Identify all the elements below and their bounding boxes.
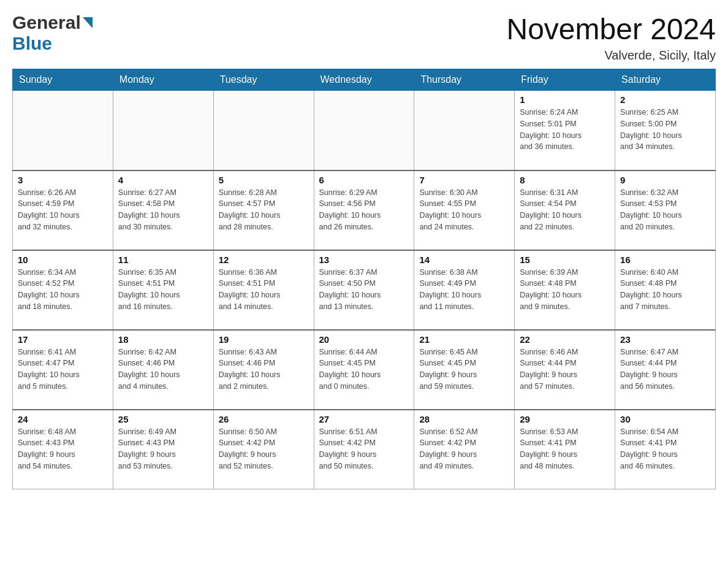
day-info: Sunrise: 6:25 AM Sunset: 5:00 PM Dayligh… [620, 107, 710, 153]
location: Valverde, Sicily, Italy [506, 48, 716, 63]
day-number: 17 [18, 334, 108, 345]
day-info: Sunrise: 6:38 AM Sunset: 4:49 PM Dayligh… [419, 267, 509, 313]
day-number: 22 [520, 334, 610, 345]
day-number: 7 [419, 175, 509, 185]
day-number: 2 [620, 94, 710, 105]
calendar-cell: 12Sunrise: 6:36 AM Sunset: 4:51 PM Dayli… [213, 250, 314, 330]
weekday-header-friday: Friday [515, 69, 615, 91]
calendar-cell: 16Sunrise: 6:40 AM Sunset: 4:48 PM Dayli… [615, 250, 716, 330]
weekday-header-monday: Monday [113, 69, 213, 91]
day-info: Sunrise: 6:31 AM Sunset: 4:54 PM Dayligh… [520, 187, 610, 233]
day-number: 24 [18, 414, 108, 424]
day-info: Sunrise: 6:30 AM Sunset: 4:55 PM Dayligh… [419, 187, 509, 233]
logo-flag-icon [83, 17, 93, 28]
calendar-cell: 27Sunrise: 6:51 AM Sunset: 4:42 PM Dayli… [314, 410, 414, 489]
day-number: 6 [319, 175, 409, 185]
calendar-week-row: 17Sunrise: 6:41 AM Sunset: 4:47 PM Dayli… [13, 330, 716, 410]
day-info: Sunrise: 6:47 AM Sunset: 4:44 PM Dayligh… [620, 347, 710, 393]
day-number: 26 [219, 414, 309, 424]
calendar-cell: 15Sunrise: 6:39 AM Sunset: 4:48 PM Dayli… [515, 250, 615, 330]
day-info: Sunrise: 6:35 AM Sunset: 4:51 PM Dayligh… [118, 267, 208, 313]
day-number: 27 [319, 414, 409, 424]
day-info: Sunrise: 6:52 AM Sunset: 4:42 PM Dayligh… [419, 426, 509, 472]
day-number: 19 [219, 334, 309, 345]
calendar-cell: 8Sunrise: 6:31 AM Sunset: 4:54 PM Daylig… [515, 170, 615, 250]
day-info: Sunrise: 6:43 AM Sunset: 4:46 PM Dayligh… [219, 347, 309, 393]
logo-blue: Blue [12, 33, 52, 53]
calendar-cell: 19Sunrise: 6:43 AM Sunset: 4:46 PM Dayli… [213, 330, 314, 410]
calendar-cell: 13Sunrise: 6:37 AM Sunset: 4:50 PM Dayli… [314, 250, 414, 330]
calendar-cell: 26Sunrise: 6:50 AM Sunset: 4:42 PM Dayli… [213, 410, 314, 489]
day-number: 12 [219, 255, 309, 265]
day-number: 14 [419, 255, 509, 265]
logo: General Blue [12, 12, 93, 54]
calendar-week-row: 3Sunrise: 6:26 AM Sunset: 4:59 PM Daylig… [13, 170, 716, 250]
day-number: 25 [118, 414, 208, 424]
calendar-cell [314, 91, 414, 170]
day-number: 28 [419, 414, 509, 424]
day-info: Sunrise: 6:39 AM Sunset: 4:48 PM Dayligh… [520, 267, 610, 313]
calendar-cell: 17Sunrise: 6:41 AM Sunset: 4:47 PM Dayli… [13, 330, 113, 410]
day-number: 21 [419, 334, 509, 345]
day-number: 16 [620, 255, 710, 265]
day-number: 8 [520, 175, 610, 185]
day-number: 15 [520, 255, 610, 265]
weekday-header-thursday: Thursday [414, 69, 515, 91]
day-number: 1 [520, 94, 610, 105]
day-info: Sunrise: 6:42 AM Sunset: 4:46 PM Dayligh… [118, 347, 208, 393]
calendar-cell: 1Sunrise: 6:24 AM Sunset: 5:01 PM Daylig… [515, 91, 615, 170]
day-info: Sunrise: 6:28 AM Sunset: 4:57 PM Dayligh… [219, 187, 309, 233]
weekday-header-sunday: Sunday [13, 69, 113, 91]
calendar-cell: 3Sunrise: 6:26 AM Sunset: 4:59 PM Daylig… [13, 170, 113, 250]
day-number: 13 [319, 255, 409, 265]
calendar-cell [113, 91, 213, 170]
calendar-cell [213, 91, 314, 170]
day-number: 30 [620, 414, 710, 424]
day-info: Sunrise: 6:45 AM Sunset: 4:45 PM Dayligh… [419, 347, 509, 393]
day-info: Sunrise: 6:27 AM Sunset: 4:58 PM Dayligh… [118, 187, 208, 233]
day-number: 3 [18, 175, 108, 185]
calendar-cell: 28Sunrise: 6:52 AM Sunset: 4:42 PM Dayli… [414, 410, 515, 489]
calendar-cell: 23Sunrise: 6:47 AM Sunset: 4:44 PM Dayli… [615, 330, 716, 410]
day-info: Sunrise: 6:51 AM Sunset: 4:42 PM Dayligh… [319, 426, 409, 472]
day-info: Sunrise: 6:32 AM Sunset: 4:53 PM Dayligh… [620, 187, 710, 233]
calendar-cell: 9Sunrise: 6:32 AM Sunset: 4:53 PM Daylig… [615, 170, 716, 250]
day-info: Sunrise: 6:26 AM Sunset: 4:59 PM Dayligh… [18, 187, 108, 233]
calendar-cell: 10Sunrise: 6:34 AM Sunset: 4:52 PM Dayli… [13, 250, 113, 330]
calendar-cell: 21Sunrise: 6:45 AM Sunset: 4:45 PM Dayli… [414, 330, 515, 410]
day-number: 4 [118, 175, 208, 185]
day-number: 5 [219, 175, 309, 185]
calendar-cell: 6Sunrise: 6:29 AM Sunset: 4:56 PM Daylig… [314, 170, 414, 250]
calendar-cell: 2Sunrise: 6:25 AM Sunset: 5:00 PM Daylig… [615, 91, 716, 170]
calendar-cell: 18Sunrise: 6:42 AM Sunset: 4:46 PM Dayli… [113, 330, 213, 410]
day-info: Sunrise: 6:49 AM Sunset: 4:43 PM Dayligh… [118, 426, 208, 472]
day-number: 10 [18, 255, 108, 265]
day-info: Sunrise: 6:41 AM Sunset: 4:47 PM Dayligh… [18, 347, 108, 393]
calendar-cell: 14Sunrise: 6:38 AM Sunset: 4:49 PM Dayli… [414, 250, 515, 330]
weekday-header-wednesday: Wednesday [314, 69, 414, 91]
calendar-table: SundayMondayTuesdayWednesdayThursdayFrid… [12, 69, 716, 489]
day-info: Sunrise: 6:44 AM Sunset: 4:45 PM Dayligh… [319, 347, 409, 393]
calendar-week-row: 1Sunrise: 6:24 AM Sunset: 5:01 PM Daylig… [13, 91, 716, 170]
calendar-cell [13, 91, 113, 170]
title-area: November 2024 Valverde, Sicily, Italy [506, 12, 716, 63]
calendar-cell: 25Sunrise: 6:49 AM Sunset: 4:43 PM Dayli… [113, 410, 213, 489]
day-info: Sunrise: 6:36 AM Sunset: 4:51 PM Dayligh… [219, 267, 309, 313]
day-number: 9 [620, 175, 710, 185]
day-info: Sunrise: 6:29 AM Sunset: 4:56 PM Dayligh… [319, 187, 409, 233]
calendar-cell [414, 91, 515, 170]
day-info: Sunrise: 6:24 AM Sunset: 5:01 PM Dayligh… [520, 107, 610, 153]
day-info: Sunrise: 6:46 AM Sunset: 4:44 PM Dayligh… [520, 347, 610, 393]
logo-general: General [12, 12, 81, 33]
day-number: 20 [319, 334, 409, 345]
day-info: Sunrise: 6:40 AM Sunset: 4:48 PM Dayligh… [620, 267, 710, 313]
day-info: Sunrise: 6:34 AM Sunset: 4:52 PM Dayligh… [18, 267, 108, 313]
day-number: 18 [118, 334, 208, 345]
month-title: November 2024 [506, 12, 716, 46]
day-info: Sunrise: 6:48 AM Sunset: 4:43 PM Dayligh… [18, 426, 108, 472]
day-info: Sunrise: 6:53 AM Sunset: 4:41 PM Dayligh… [520, 426, 610, 472]
header: General Blue November 2024 Valverde, Sic… [12, 12, 716, 63]
calendar-cell: 4Sunrise: 6:27 AM Sunset: 4:58 PM Daylig… [113, 170, 213, 250]
day-info: Sunrise: 6:50 AM Sunset: 4:42 PM Dayligh… [219, 426, 309, 472]
calendar-cell: 30Sunrise: 6:54 AM Sunset: 4:41 PM Dayli… [615, 410, 716, 489]
